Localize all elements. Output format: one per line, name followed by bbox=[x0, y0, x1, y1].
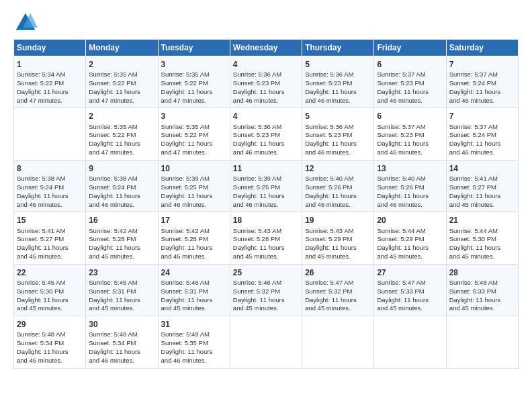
day-info: Daylight: 11 hours bbox=[377, 244, 443, 253]
day-number: 19 bbox=[305, 215, 371, 226]
day-info: Sunrise: 5:48 AM bbox=[17, 330, 83, 339]
day-info: Sunrise: 5:40 AM bbox=[377, 175, 443, 183]
calendar-cell: 17Sunrise: 5:42 AMSunset: 5:28 PMDayligh… bbox=[158, 212, 230, 264]
day-info: and 46 minutes. bbox=[377, 201, 443, 210]
day-info: Daylight: 11 hours bbox=[233, 244, 299, 253]
day-info: and 45 minutes. bbox=[305, 304, 371, 313]
day-info: Daylight: 11 hours bbox=[89, 296, 154, 305]
day-info: Daylight: 11 hours bbox=[161, 296, 227, 305]
day-info: and 45 minutes. bbox=[233, 253, 299, 261]
day-info: Daylight: 11 hours bbox=[17, 88, 83, 97]
day-info: and 46 minutes. bbox=[161, 357, 227, 365]
day-info: and 45 minutes. bbox=[17, 304, 83, 313]
day-info: Sunrise: 5:43 AM bbox=[305, 227, 371, 236]
day-info: Daylight: 11 hours bbox=[449, 296, 515, 305]
day-number: 11 bbox=[233, 163, 299, 174]
day-info: Sunrise: 5:39 AM bbox=[233, 175, 299, 183]
calendar-cell: 2Sunrise: 5:35 AMSunset: 5:22 PMDaylight… bbox=[86, 108, 158, 160]
day-number: 30 bbox=[89, 319, 154, 330]
day-info: Sunset: 5:22 PM bbox=[161, 79, 227, 88]
day-number: 18 bbox=[233, 215, 299, 226]
col-header-wednesday: Wednesday bbox=[230, 40, 302, 56]
day-number: 15 bbox=[17, 215, 83, 226]
day-info: Sunset: 5:25 PM bbox=[161, 183, 227, 192]
day-info: Sunrise: 5:45 AM bbox=[17, 279, 83, 287]
day-info: Sunrise: 5:41 AM bbox=[449, 175, 515, 183]
header bbox=[13, 11, 519, 35]
day-info: Sunrise: 5:44 AM bbox=[449, 227, 515, 236]
day-info: Sunset: 5:23 PM bbox=[305, 131, 371, 140]
calendar-cell bbox=[230, 316, 302, 368]
day-info: Sunrise: 5:35 AM bbox=[161, 123, 227, 132]
day-info: Daylight: 11 hours bbox=[305, 140, 371, 148]
day-info: Sunrise: 5:35 AM bbox=[89, 71, 154, 79]
day-info: Daylight: 11 hours bbox=[161, 192, 227, 201]
day-info: Daylight: 11 hours bbox=[449, 88, 515, 97]
calendar-cell: 10Sunrise: 5:39 AMSunset: 5:25 PMDayligh… bbox=[158, 160, 230, 212]
day-info: Sunrise: 5:35 AM bbox=[161, 71, 227, 79]
calendar-cell: 1Sunrise: 5:34 AMSunset: 5:22 PMDaylight… bbox=[14, 56, 86, 108]
day-info: Sunset: 5:24 PM bbox=[449, 131, 515, 140]
day-number: 3 bbox=[161, 59, 227, 70]
day-info: and 46 minutes. bbox=[305, 148, 371, 157]
day-info: Sunset: 5:24 PM bbox=[17, 183, 83, 192]
day-info: Sunset: 5:27 PM bbox=[17, 235, 83, 244]
day-info: Sunset: 5:32 PM bbox=[305, 287, 371, 296]
day-info: Sunrise: 5:44 AM bbox=[377, 227, 443, 236]
day-info: and 46 minutes. bbox=[305, 201, 371, 210]
calendar-cell: 4Sunrise: 5:36 AMSunset: 5:23 PMDaylight… bbox=[230, 56, 302, 108]
day-info: and 46 minutes. bbox=[89, 201, 154, 210]
day-info: Sunrise: 5:42 AM bbox=[89, 227, 154, 236]
day-info: Daylight: 11 hours bbox=[89, 348, 154, 357]
day-number: 29 bbox=[17, 319, 83, 330]
day-info: and 47 minutes. bbox=[89, 148, 154, 157]
day-number: 6 bbox=[377, 59, 443, 70]
day-info: Daylight: 11 hours bbox=[89, 244, 154, 253]
calendar-cell: 27Sunrise: 5:47 AMSunset: 5:33 PMDayligh… bbox=[374, 264, 446, 316]
day-info: Daylight: 11 hours bbox=[17, 296, 83, 305]
day-info: Sunset: 5:23 PM bbox=[377, 131, 443, 140]
day-number: 7 bbox=[449, 59, 515, 70]
calendar-cell: 9Sunrise: 5:38 AMSunset: 5:24 PMDaylight… bbox=[86, 160, 158, 212]
day-info: Daylight: 11 hours bbox=[89, 88, 154, 97]
day-number: 26 bbox=[305, 267, 371, 278]
day-info: Daylight: 11 hours bbox=[233, 192, 299, 201]
day-info: Daylight: 11 hours bbox=[449, 192, 515, 201]
day-info: Sunset: 5:28 PM bbox=[89, 235, 154, 244]
calendar-cell: 14Sunrise: 5:41 AMSunset: 5:27 PMDayligh… bbox=[446, 160, 518, 212]
day-info: Sunrise: 5:37 AM bbox=[449, 71, 515, 79]
day-number: 31 bbox=[161, 319, 227, 330]
day-info: Sunrise: 5:49 AM bbox=[161, 330, 227, 339]
calendar-week-2: 8Sunrise: 5:38 AMSunset: 5:24 PMDaylight… bbox=[14, 160, 519, 212]
day-info: Sunset: 5:32 PM bbox=[233, 287, 299, 296]
calendar-week-0: 1Sunrise: 5:34 AMSunset: 5:22 PMDaylight… bbox=[14, 56, 519, 108]
day-info: Sunrise: 5:46 AM bbox=[233, 279, 299, 287]
day-info: Daylight: 11 hours bbox=[161, 88, 227, 97]
day-info: Sunrise: 5:36 AM bbox=[305, 71, 371, 79]
day-info: and 45 minutes. bbox=[449, 253, 515, 261]
day-number: 17 bbox=[161, 215, 227, 226]
calendar-cell: 20Sunrise: 5:44 AMSunset: 5:29 PMDayligh… bbox=[374, 212, 446, 264]
col-header-tuesday: Tuesday bbox=[158, 40, 230, 56]
calendar-cell: 26Sunrise: 5:47 AMSunset: 5:32 PMDayligh… bbox=[302, 264, 374, 316]
day-info: Sunset: 5:34 PM bbox=[17, 339, 83, 348]
day-info: Sunset: 5:26 PM bbox=[377, 183, 443, 192]
day-number: 25 bbox=[233, 267, 299, 278]
day-info: and 47 minutes. bbox=[89, 97, 154, 105]
day-number: 5 bbox=[305, 59, 371, 70]
day-info: Sunrise: 5:43 AM bbox=[233, 227, 299, 236]
day-info: Daylight: 11 hours bbox=[377, 88, 443, 97]
day-info: and 47 minutes. bbox=[17, 97, 83, 105]
calendar-cell: 23Sunrise: 5:45 AMSunset: 5:31 PMDayligh… bbox=[86, 264, 158, 316]
day-info: and 46 minutes. bbox=[233, 148, 299, 157]
day-number: 6 bbox=[377, 111, 443, 122]
calendar-cell: 31Sunrise: 5:49 AMSunset: 5:35 PMDayligh… bbox=[158, 316, 230, 368]
day-info: Daylight: 11 hours bbox=[233, 140, 299, 148]
day-info: Daylight: 11 hours bbox=[305, 244, 371, 253]
day-info: Sunset: 5:25 PM bbox=[233, 183, 299, 192]
day-info: and 45 minutes. bbox=[449, 201, 515, 210]
day-number: 12 bbox=[305, 163, 371, 174]
day-info: Daylight: 11 hours bbox=[305, 88, 371, 97]
col-header-friday: Friday bbox=[374, 40, 446, 56]
calendar-cell: 13Sunrise: 5:40 AMSunset: 5:26 PMDayligh… bbox=[374, 160, 446, 212]
